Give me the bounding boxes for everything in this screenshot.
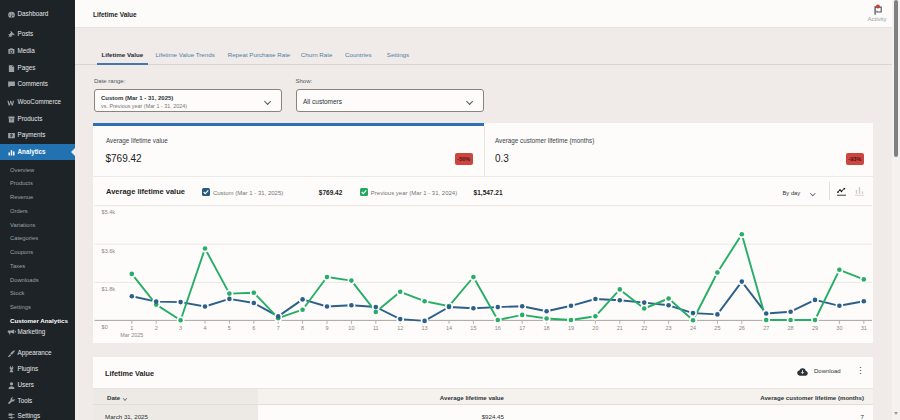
- svg-text:9: 9: [325, 325, 328, 331]
- svg-text:Mar 2025: Mar 2025: [120, 332, 143, 338]
- svg-text:14: 14: [446, 325, 452, 331]
- svg-text:2: 2: [155, 325, 158, 331]
- svg-text:6: 6: [252, 325, 255, 331]
- svg-text:24: 24: [690, 325, 696, 331]
- svg-text:30: 30: [836, 325, 842, 331]
- svg-text:21: 21: [617, 325, 623, 331]
- svg-text:1: 1: [130, 325, 133, 331]
- svg-text:20: 20: [592, 325, 598, 331]
- svg-text:3: 3: [179, 325, 182, 331]
- svg-text:29: 29: [812, 325, 818, 331]
- svg-text:$5.4k: $5.4k: [102, 209, 116, 215]
- svg-text:25: 25: [714, 325, 720, 331]
- svg-text:7: 7: [277, 325, 280, 331]
- svg-text:$0: $0: [102, 324, 108, 330]
- svg-text:27: 27: [763, 325, 769, 331]
- svg-text:19: 19: [568, 325, 574, 331]
- svg-text:8: 8: [301, 325, 304, 331]
- svg-text:31: 31: [861, 325, 867, 331]
- svg-text:13: 13: [422, 325, 428, 331]
- svg-text:16: 16: [495, 325, 501, 331]
- svg-text:10: 10: [348, 325, 354, 331]
- svg-text:$1.8k: $1.8k: [102, 286, 116, 292]
- svg-text:28: 28: [788, 325, 794, 331]
- svg-text:23: 23: [666, 325, 672, 331]
- svg-text:4: 4: [203, 325, 206, 331]
- svg-text:22: 22: [641, 325, 647, 331]
- svg-text:15: 15: [470, 325, 476, 331]
- svg-text:5: 5: [228, 325, 231, 331]
- svg-text:12: 12: [397, 325, 403, 331]
- svg-text:26: 26: [739, 325, 745, 331]
- svg-text:$3.6k: $3.6k: [102, 248, 116, 254]
- svg-text:11: 11: [373, 325, 379, 331]
- svg-text:17: 17: [519, 325, 525, 331]
- svg-text:18: 18: [544, 325, 550, 331]
